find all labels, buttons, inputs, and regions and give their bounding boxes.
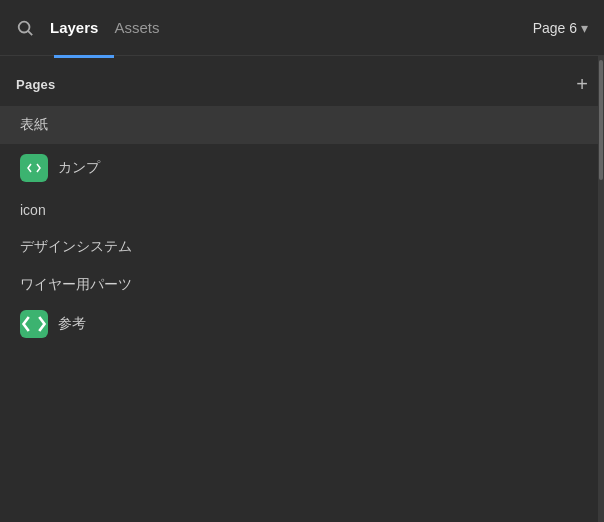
pages-header: Pages + — [0, 58, 604, 106]
tab-layers[interactable]: Layers — [50, 19, 98, 36]
page-label: icon — [20, 202, 46, 218]
scrollbar[interactable] — [598, 56, 604, 522]
page-icon-badge — [20, 154, 48, 182]
list-item[interactable]: 表紙 — [0, 106, 604, 144]
page-label: ワイヤー用パーツ — [20, 276, 132, 294]
page-icon-badge-partial — [20, 310, 48, 338]
page-label: デザインシステム — [20, 238, 132, 256]
header-left: Layers Assets — [16, 19, 159, 37]
list-item[interactable]: icon — [0, 192, 604, 228]
list-item[interactable]: デザインシステム — [0, 228, 604, 266]
page-selector-label: Page 6 — [533, 20, 577, 36]
header: Layers Assets Page 6 ▾ — [0, 0, 604, 56]
list-item[interactable]: 参考 — [0, 304, 604, 344]
search-icon[interactable] — [16, 19, 34, 37]
chevron-down-icon: ▾ — [581, 20, 588, 36]
page-selector[interactable]: Page 6 ▾ — [533, 20, 588, 36]
list-item[interactable]: カンプ — [0, 144, 604, 192]
page-label: 表紙 — [20, 116, 48, 134]
pages-section: Pages + 表紙 カンプ icon — [0, 58, 604, 344]
page-label: カンプ — [58, 159, 100, 177]
list-item[interactable]: ワイヤー用パーツ — [0, 266, 604, 304]
app-container: Layers Assets Page 6 ▾ Pages + 表紙 — [0, 0, 604, 344]
tab-assets[interactable]: Assets — [114, 19, 159, 36]
svg-line-1 — [28, 31, 32, 35]
add-page-button[interactable]: + — [576, 74, 588, 94]
page-label: 参考 — [58, 315, 86, 333]
page-list: 表紙 カンプ icon デザインシステム — [0, 106, 604, 344]
svg-point-0 — [19, 21, 30, 32]
pages-title: Pages — [16, 77, 56, 92]
scrollbar-thumb[interactable] — [599, 60, 603, 180]
